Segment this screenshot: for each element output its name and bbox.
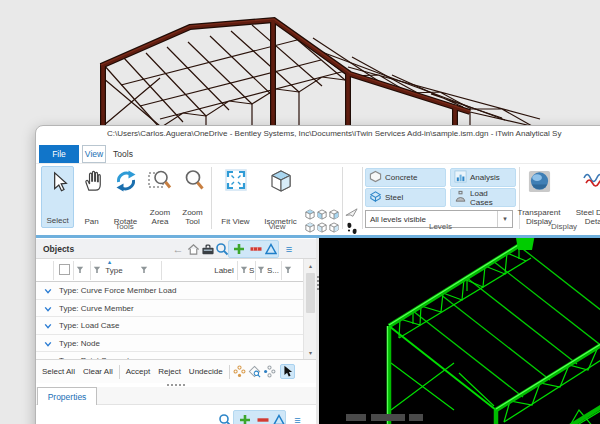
table-row[interactable]: Type: Curve Force Member Load xyxy=(36,282,303,300)
isometric-cube-icon xyxy=(269,169,293,197)
load-cases-weight-icon xyxy=(454,190,467,205)
pan-tool-button[interactable]: Pan xyxy=(76,166,107,228)
column-header-s2[interactable]: S... xyxy=(267,266,279,275)
objects-table-rows: Type: Curve Force Member Load Type: Curv… xyxy=(36,282,303,359)
ribbon: Select Pan Rotate Zoom Area Zoom Tool To… xyxy=(36,164,600,235)
column-header-s1[interactable]: S xyxy=(249,266,254,275)
group-label-tools: Tools xyxy=(39,222,210,231)
undecide-button[interactable]: Undecide xyxy=(185,364,227,379)
viewport-3d[interactable] xyxy=(319,238,600,424)
menu-icon[interactable]: ≡ xyxy=(290,412,305,424)
fit-view-button[interactable]: Fit View xyxy=(214,166,257,228)
zoom-area-button[interactable]: Zoom Area xyxy=(144,166,176,228)
load-cases-toggle[interactable]: Load Cases xyxy=(450,188,516,207)
concrete-toggle[interactable]: Concrete xyxy=(365,168,446,187)
properties-toolbar: ≡ xyxy=(36,405,316,424)
filter-icon[interactable] xyxy=(257,266,265,276)
properties-tab-strip: Properties xyxy=(36,387,316,405)
fit-view-icon xyxy=(225,169,247,195)
filter-icon[interactable] xyxy=(76,266,84,276)
select-all-checkbox[interactable] xyxy=(59,264,70,275)
chevron-down-icon xyxy=(44,287,52,295)
tab-properties[interactable]: Properties xyxy=(37,387,97,405)
zoom-to-node-icon[interactable] xyxy=(247,364,262,379)
analysis-icon xyxy=(454,170,467,185)
transparent-display-button[interactable]: Transparent Display xyxy=(515,166,563,228)
select-tool-button[interactable]: Select xyxy=(41,166,74,228)
viewport-toolbar-fragment xyxy=(346,414,366,421)
tab-tools[interactable]: Tools xyxy=(109,145,137,163)
zoom-tool-button[interactable]: Zoom Tool xyxy=(177,166,208,228)
desktop: C:\Users\Carlos.Aguera\OneDrive - Bentle… xyxy=(0,0,600,424)
transparent-sphere-icon xyxy=(527,169,552,198)
back-icon[interactable]: ← xyxy=(171,242,185,256)
select-nodes-icon[interactable] xyxy=(262,364,277,379)
model-wireframe-green xyxy=(319,238,600,424)
search-icon[interactable] xyxy=(217,412,232,424)
ribbon-tab-bar: File View Tools xyxy=(36,142,600,164)
table-scrollbar[interactable]: ▴ ▾ xyxy=(303,259,316,359)
remove-icon[interactable] xyxy=(249,242,263,256)
table-row[interactable]: Type: Node xyxy=(36,335,303,353)
accept-button[interactable]: Accept xyxy=(122,364,154,379)
home-icon[interactable] xyxy=(186,242,200,256)
objects-panel-title: Objects xyxy=(43,244,74,254)
chevron-down-icon xyxy=(44,322,52,330)
objects-table-header: Type ▴ Label S S... xyxy=(36,259,303,282)
rotate-icon xyxy=(114,169,138,197)
tab-view[interactable]: View xyxy=(82,145,106,163)
app-window: C:\Users\Carlos.Aguera\OneDrive - Bentle… xyxy=(35,125,600,424)
table-row[interactable]: Type: Point Support xyxy=(36,352,303,359)
zoom-tool-icon xyxy=(181,169,205,197)
viewport-toolbar-fragment xyxy=(409,414,423,421)
concrete-icon xyxy=(369,170,382,185)
delta-filter-icon[interactable] xyxy=(271,412,286,424)
objects-panel-header: Objects ← ≡ xyxy=(36,239,316,259)
column-header-type[interactable]: Type xyxy=(100,266,128,275)
toolbox-icon[interactable] xyxy=(201,242,215,256)
steel-deck-detail-button[interactable]: Steel Deck Detail xyxy=(565,166,600,228)
objects-panel: Objects ← ≡ Type ▴ Label xyxy=(36,238,316,424)
add-icon[interactable] xyxy=(237,412,252,424)
search-icon[interactable] xyxy=(215,242,229,256)
zoom-area-icon xyxy=(148,169,172,197)
reject-button[interactable]: Reject xyxy=(154,364,185,379)
menu-icon[interactable]: ≡ xyxy=(282,242,296,256)
delta-filter-icon[interactable] xyxy=(264,242,278,256)
group-label-view: View xyxy=(214,222,340,231)
table-row[interactable]: Type: Load Case xyxy=(36,317,303,335)
steel-icon xyxy=(369,190,382,205)
viewport-toolbar-fragment xyxy=(371,414,405,421)
tab-file[interactable]: File xyxy=(39,145,79,163)
add-icon[interactable] xyxy=(232,242,246,256)
isometric-button[interactable]: Isometric xyxy=(258,166,303,228)
window-titlebar[interactable]: C:\Users\Carlos.Aguera\OneDrive - Bentle… xyxy=(36,126,600,142)
chevron-down-icon xyxy=(44,305,52,313)
group-label-levels: Levels xyxy=(365,222,516,231)
objects-action-bar: Select All Clear All Accept Reject Undec… xyxy=(36,359,316,383)
window-title: C:\Users\Carlos.Aguera\OneDrive - Bentle… xyxy=(107,129,561,138)
group-label-display: Display xyxy=(519,222,600,231)
filter-icon[interactable] xyxy=(284,266,292,276)
steel-toggle[interactable]: Steel xyxy=(365,188,446,207)
select-all-button[interactable]: Select All xyxy=(38,364,79,379)
table-row[interactable]: Type: Curve Member xyxy=(36,300,303,318)
highlight-nodes-icon[interactable] xyxy=(232,364,247,379)
select-cursor-icon xyxy=(48,170,68,198)
filter-icon[interactable] xyxy=(240,266,248,276)
analysis-toggle[interactable]: Analysis xyxy=(450,168,516,187)
chevron-down-icon xyxy=(44,340,52,348)
pointer-mode-icon[interactable] xyxy=(280,364,295,379)
scrollbar-thumb[interactable] xyxy=(306,273,315,313)
pan-hand-icon xyxy=(81,169,103,197)
sort-ascending-icon: ▴ xyxy=(108,258,111,265)
rotate-tool-button[interactable]: Rotate xyxy=(109,166,142,228)
filter-icon[interactable] xyxy=(140,266,148,276)
steel-deck-icon xyxy=(582,169,600,195)
remove-icon[interactable] xyxy=(255,412,270,424)
clear-all-button[interactable]: Clear All xyxy=(79,364,117,379)
